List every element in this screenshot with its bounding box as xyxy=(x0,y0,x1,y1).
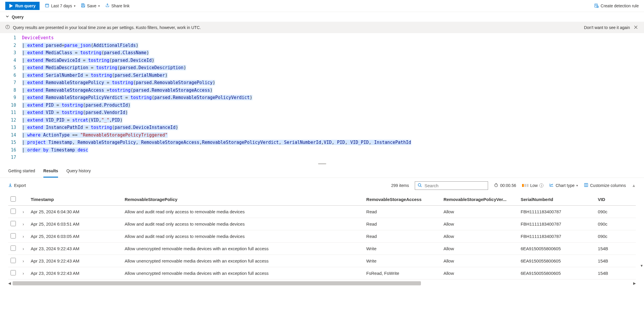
close-icon[interactable] xyxy=(633,25,639,30)
line-number: 12 xyxy=(0,117,22,124)
editor-line[interactable]: 7| extend RemovableStoragePolicy = tostr… xyxy=(0,79,644,87)
editor-line[interactable]: 10| extend PID = tostring(parsed.Product… xyxy=(0,102,644,109)
editor-line[interactable]: 4| extend MediaDeviceId = tostring(parse… xyxy=(0,57,644,64)
expand-row-icon[interactable]: › xyxy=(18,267,28,279)
search-icon xyxy=(417,183,422,188)
horizontal-scrollbar[interactable]: ◀ ▶ xyxy=(0,280,644,288)
editor-line[interactable]: 9| extend RemovableStoragePolicyVerdict … xyxy=(0,94,644,102)
row-checkbox[interactable] xyxy=(11,221,16,226)
code-content[interactable]: DeviceEvents xyxy=(22,34,54,42)
chart-type-picker[interactable]: Chart type ▾ xyxy=(549,183,578,188)
editor-line[interactable]: 17 xyxy=(0,154,644,161)
tab-results[interactable]: Results xyxy=(43,165,58,178)
table-row[interactable]: ›Apr 25, 2024 6:03:05 AMAllow and audit … xyxy=(8,230,636,242)
cell-access: Read xyxy=(364,230,441,242)
code-content[interactable]: | extend RemovableStoragePolicy = tostri… xyxy=(22,79,215,87)
table-row[interactable]: ›Apr 23, 2024 9:22:43 AMAllow unencrypte… xyxy=(8,267,636,279)
code-content[interactable]: | extend parsed=parse_json(AdditionalFie… xyxy=(22,42,138,50)
line-number: 6 xyxy=(0,72,22,79)
code-content[interactable]: | where ActionType == "RemovableStorageP… xyxy=(22,132,168,139)
code-content[interactable]: | project Timestamp, RemovableStoragePol… xyxy=(22,139,411,146)
create-detection-rule-button[interactable]: Create detection rule xyxy=(594,3,639,9)
row-checkbox[interactable] xyxy=(11,209,16,214)
cell-serial: 6EA9150055800605 xyxy=(518,242,595,255)
editor-line[interactable]: 5| extend MediaDescription = tostring(pa… xyxy=(0,64,644,72)
editor-line[interactable]: 12| extend VID_PID = strcat(VID,"_",PID) xyxy=(0,117,644,124)
expand-row-icon[interactable]: › xyxy=(18,218,28,230)
editor-line[interactable]: 6| extend SerialNumberId = tostring(pars… xyxy=(0,72,644,79)
info-dismiss-link[interactable]: Don't want to see it again xyxy=(584,25,630,30)
expand-row-icon[interactable]: › xyxy=(18,230,28,242)
info-icon xyxy=(5,25,10,30)
line-number: 2 xyxy=(0,42,22,50)
run-query-button[interactable]: Run query xyxy=(5,2,40,10)
row-checkbox[interactable] xyxy=(11,246,16,251)
search-input-wrapper[interactable] xyxy=(415,181,488,190)
scroll-left-icon[interactable]: ◀ xyxy=(8,281,11,285)
table-row[interactable]: ›Apr 25, 2024 6:03:51 AMAllow and audit … xyxy=(8,218,636,230)
tab-getting-started[interactable]: Getting started xyxy=(8,165,35,178)
col-access[interactable]: RemovableStorageAccess xyxy=(364,193,441,206)
expand-row-icon[interactable]: › xyxy=(18,242,28,255)
col-serial[interactable]: SerialNumberId xyxy=(518,193,595,206)
results-toolbar: Export 299 items 00:00.56 Low i Chart ty… xyxy=(0,178,644,193)
editor-line[interactable]: 8| extend RemovableStorageAccess =tostri… xyxy=(0,87,644,94)
col-timestamp[interactable]: Timestamp xyxy=(28,193,123,206)
editor-line[interactable]: 16| order by Timestamp desc xyxy=(0,146,644,154)
row-checkbox[interactable] xyxy=(11,258,16,263)
code-content[interactable]: | extend InstancePathId = tostring(parse… xyxy=(22,124,178,132)
col-verdict[interactable]: RemovableStoragePolicyVer... xyxy=(441,193,518,206)
code-content[interactable]: | extend RemovableStorageAccess =tostrin… xyxy=(22,87,213,94)
table-row[interactable]: ›Apr 25, 2024 6:04:30 AMAllow and audit … xyxy=(8,205,636,218)
col-vid[interactable]: VID xyxy=(596,193,636,206)
line-number: 17 xyxy=(0,154,22,161)
editor-line[interactable]: 15| project Timestamp, RemovableStorageP… xyxy=(0,139,644,146)
save-button[interactable]: Save ▾ xyxy=(81,3,100,8)
info-icon[interactable]: i xyxy=(539,183,543,188)
code-content[interactable]: | extend RemovableStoragePolicyVerdict =… xyxy=(22,94,252,102)
time-range-picker[interactable]: Last 7 days ▾ xyxy=(45,3,76,8)
code-content[interactable]: | extend MediaClass = tostring(parsed.Cl… xyxy=(22,49,149,57)
editor-line[interactable]: 11| extend VID = tostring(parsed.VendorI… xyxy=(0,109,644,117)
col-policy[interactable]: RemovableStoragePolicy xyxy=(122,193,364,206)
editor-line[interactable]: 14| where ActionType == "RemovableStorag… xyxy=(0,132,644,139)
table-header-row: Timestamp RemovableStoragePolicy Removab… xyxy=(8,193,636,206)
query-section-header[interactable]: Query xyxy=(0,12,644,22)
code-content[interactable]: | extend PID = tostring(parsed.ProductId… xyxy=(22,102,130,109)
cell-timestamp: Apr 23, 2024 9:22:43 AM xyxy=(28,242,123,255)
code-content[interactable]: | extend MediaDescription = tostring(par… xyxy=(22,64,186,72)
code-content[interactable]: | extend SerialNumberId = tostring(parse… xyxy=(22,72,168,79)
expand-row-icon[interactable]: › xyxy=(18,205,28,218)
editor-line[interactable]: 1DeviceEvents xyxy=(0,34,644,42)
search-input[interactable] xyxy=(424,183,485,188)
row-checkbox[interactable] xyxy=(11,270,16,275)
code-content[interactable]: | extend MediaDeviceId = tostring(parsed… xyxy=(22,57,154,64)
line-number: 8 xyxy=(0,87,22,94)
tab-query-history[interactable]: Query history xyxy=(66,165,91,178)
cell-timestamp: Apr 23, 2024 9:22:43 AM xyxy=(28,267,123,279)
row-checkbox[interactable] xyxy=(11,233,16,238)
cell-access: Write xyxy=(364,242,441,255)
query-editor[interactable]: 1DeviceEvents2| extend parsed=parse_json… xyxy=(0,33,644,163)
export-button[interactable]: Export xyxy=(8,183,26,188)
editor-line[interactable]: 3| extend MediaClass = tostring(parsed.C… xyxy=(0,49,644,57)
cell-serial: FBH1111183400787 xyxy=(518,218,595,230)
expand-row-icon[interactable]: › xyxy=(18,255,28,267)
cell-timestamp: Apr 23, 2024 9:22:43 AM xyxy=(28,255,123,267)
scroll-down-triangle[interactable]: ▼ xyxy=(640,264,643,268)
select-all-checkbox[interactable] xyxy=(11,196,16,202)
share-link-button[interactable]: Share link xyxy=(105,3,130,8)
scroll-right-icon[interactable]: ▶ xyxy=(633,281,636,285)
customize-columns-button[interactable]: Customize columns xyxy=(584,183,626,188)
table-row[interactable]: ›Apr 23, 2024 9:22:43 AMAllow unencrypte… xyxy=(8,242,636,255)
line-number: 10 xyxy=(0,102,22,109)
scroll-up-triangle[interactable]: ▲ xyxy=(632,183,636,188)
editor-line[interactable]: 13| extend InstancePathId = tostring(par… xyxy=(0,124,644,132)
code-content[interactable]: | extend VID = tostring(parsed.VendorId) xyxy=(22,109,128,117)
code-content[interactable]: | order by Timestamp desc xyxy=(22,146,88,154)
code-content[interactable]: | extend VID_PID = strcat(VID,"_",PID) xyxy=(22,117,123,124)
table-row[interactable]: ›Apr 23, 2024 9:22:43 AMAllow unencrypte… xyxy=(8,255,636,267)
splitter-handle[interactable] xyxy=(0,163,644,165)
cell-vid: 090c xyxy=(596,218,636,230)
editor-line[interactable]: 2| extend parsed=parse_json(AdditionalFi… xyxy=(0,42,644,50)
